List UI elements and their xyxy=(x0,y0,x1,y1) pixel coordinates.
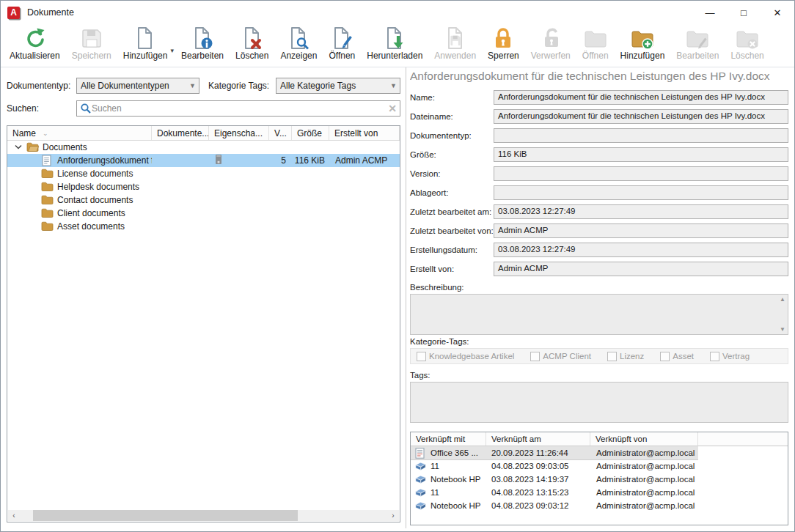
document-edit-icon xyxy=(330,26,353,50)
category-tags-select[interactable]: Alle Kategorie Tags ▼ xyxy=(276,78,400,94)
toolbar-button-label: Öffnen xyxy=(329,51,355,61)
category-tag-vertrag[interactable]: Vertrag xyxy=(710,352,750,361)
maximize-button[interactable]: □ xyxy=(727,1,761,24)
linked-cell-date: 04.08.2023 09:03:12 xyxy=(486,499,590,512)
checkbox-icon[interactable] xyxy=(530,352,540,361)
dropdown-caret-icon[interactable]: ▾ xyxy=(170,47,174,54)
field-value[interactable]: Anforderungsdokument für die technischen… xyxy=(494,109,788,124)
linked-row-notebook-hp[interactable]: Notebook HP03.08.2023 14:19:37Administra… xyxy=(411,473,788,486)
linked-column-header-verknuepft-mit[interactable]: Verknüpft mit xyxy=(411,432,486,446)
linked-row-office-365-[interactable]: Office 365 ...20.09.2023 11:26:44Adminis… xyxy=(411,446,788,459)
tree-column-header-v-[interactable]: V... xyxy=(269,126,292,140)
scroll-up-icon[interactable]: ▲ xyxy=(780,296,785,303)
tree-column-header-erstellt-von[interactable]: Erstellt von xyxy=(329,126,400,140)
filter-row-types: Dokumententyp: Alle Dokumententypen ▼ Ka… xyxy=(7,78,400,94)
chevron-expanded-icon[interactable] xyxy=(15,142,22,152)
linked-column-header-verknuepft-am[interactable]: Verknüpft am xyxy=(486,432,590,446)
tree-column-header-label: Größe xyxy=(297,128,322,138)
category-tag-lizenz[interactable]: Lizenz xyxy=(607,352,644,361)
scroll-down-icon[interactable]: ▼ xyxy=(780,326,785,333)
toolbar-button-hinzufuegen[interactable]: Hinzufügen xyxy=(117,26,174,61)
toolbar-button-bearbeiten[interactable]: Bearbeiten xyxy=(175,26,230,61)
tree-column-header-name[interactable]: Name⌄ xyxy=(7,126,152,140)
linked-cell-name: Notebook HP xyxy=(411,499,486,512)
linked-row-notebook-hp[interactable]: Notebook HP04.08.2023 09:03:12Administra… xyxy=(411,499,788,512)
checkbox-icon[interactable] xyxy=(607,352,617,361)
tree-column-header-dokumente-[interactable]: Dokumente... xyxy=(152,126,209,140)
toolbar-button-label: Löschen xyxy=(730,51,763,61)
field-value[interactable]: 03.08.2023 12:27:49 xyxy=(494,243,788,257)
checkbox-label: Asset xyxy=(673,352,694,361)
field-value[interactable]: Anforderungsdokument für die technischen… xyxy=(494,90,788,105)
linked-cell-date: 03.08.2023 14:19:37 xyxy=(486,473,590,486)
category-tag-knowledgebase-artikel[interactable]: Knowledgebase Artikel xyxy=(417,352,514,361)
field-label: Zuletzt bearbeitet am: xyxy=(410,207,494,216)
toolbar-button-loeschen[interactable]: Löschen xyxy=(230,26,274,61)
scrollbar-track[interactable] xyxy=(20,510,387,521)
doc-type-select[interactable]: Alle Dokumententypen ▼ xyxy=(76,78,199,94)
tree-row-client-documents[interactable]: Client documents xyxy=(7,207,400,220)
tree-row-asset-documents[interactable]: Asset documents xyxy=(7,220,400,233)
minimize-button[interactable]: — xyxy=(693,1,727,24)
properties-small-icon xyxy=(215,154,222,167)
tree-row-name: Client documents xyxy=(7,207,152,219)
tags-box[interactable] xyxy=(410,382,788,423)
window-controls: — □ ✕ xyxy=(693,1,794,24)
tree-column-header-groesse[interactable]: Größe xyxy=(292,126,329,140)
toolbar-button-anwenden: Anwenden xyxy=(428,26,482,61)
linked-cell-by: Administrator@acmp.local xyxy=(590,446,698,459)
toolbar-button-aktualisieren[interactable]: Aktualisieren xyxy=(4,26,66,61)
description-textarea[interactable]: ▲ ▼ xyxy=(410,294,788,335)
refresh-icon xyxy=(23,26,46,50)
category-tag-acmp-client[interactable]: ACMP Client xyxy=(530,352,591,361)
sort-chevron-icon[interactable]: ⌄ xyxy=(43,130,48,137)
toolbar-button-oeffnen[interactable]: Öffnen xyxy=(323,26,361,61)
field-row-dokumententyp-: Dokumententyp: xyxy=(410,128,788,143)
horizontal-scrollbar[interactable]: ‹ › xyxy=(8,510,399,521)
scroll-right-icon[interactable]: › xyxy=(387,511,399,520)
linked-items-header: Verknüpft mitVerknüpft amVerknüpft von xyxy=(411,432,788,446)
field-label: Erstellt von: xyxy=(410,265,494,273)
checkbox-icon[interactable] xyxy=(417,352,426,361)
linked-column-header-verknuepft-von[interactable]: Verknüpft von xyxy=(590,432,698,446)
field-value[interactable]: Admin ACMP xyxy=(494,223,788,238)
tree-row-anforderungsdokument-f-[interactable]: Anforderungsdokument f...5116 KiBAdmin A… xyxy=(7,154,400,167)
field-value[interactable]: 03.08.2023 12:27:49 xyxy=(494,204,788,219)
document-view-icon xyxy=(287,26,310,50)
tree-row-documents[interactable]: Documents xyxy=(7,141,400,154)
toolbar-button-hinzufuegen[interactable]: Hinzufügen xyxy=(615,26,671,61)
toolbar-button-sperren[interactable]: Sperren xyxy=(482,26,525,61)
field-label: Ablageort: xyxy=(410,188,494,197)
tree-column-header-eigenscha-[interactable]: Eigenscha... xyxy=(209,126,269,140)
folder-small-icon xyxy=(41,181,54,193)
category-tags-select-value: Alle Kategorie Tags xyxy=(280,81,387,91)
tree-row-contact-documents[interactable]: Contact documents xyxy=(7,193,400,207)
toolbar-button-label: Speichern xyxy=(72,51,111,61)
toolbar-button-herunterladen[interactable]: Herunterladen xyxy=(361,26,428,61)
clear-search-icon[interactable]: ✕ xyxy=(388,103,397,114)
document-browser-panel: Dokumententyp: Alle Dokumententypen ▼ Ka… xyxy=(7,71,400,525)
title-bar: A Dokumente — □ ✕ xyxy=(1,1,794,24)
scrollbar-thumb[interactable] xyxy=(33,510,298,521)
linked-row-11[interactable]: 1104.08.2023 13:15:23Administrator@acmp.… xyxy=(411,486,788,499)
search-input[interactable] xyxy=(92,103,385,114)
field-value[interactable]: 116 KiB xyxy=(494,147,788,162)
tree-row-license-documents[interactable]: License documents xyxy=(7,167,400,180)
toolbar-button-anzeigen[interactable]: Anzeigen xyxy=(274,26,323,61)
checkbox-icon[interactable] xyxy=(660,352,670,361)
tree-body: DocumentsAnforderungsdokument f...5116 K… xyxy=(7,141,400,233)
field-value[interactable] xyxy=(494,185,788,200)
close-button[interactable]: ✕ xyxy=(761,1,794,24)
field-value[interactable] xyxy=(494,128,788,143)
toolbar-button-label: Öffnen xyxy=(582,51,609,61)
panel-divider[interactable] xyxy=(406,67,406,528)
tree-row-helpdesk-documents[interactable]: Helpdesk documents xyxy=(7,180,400,193)
checkbox-icon[interactable] xyxy=(710,352,719,361)
scroll-left-icon[interactable]: ‹ xyxy=(8,511,20,520)
field-value[interactable] xyxy=(494,166,788,181)
field-value[interactable]: Admin ACMP xyxy=(494,262,788,276)
field-label: Version: xyxy=(410,169,494,178)
category-tag-asset[interactable]: Asset xyxy=(660,352,694,361)
linked-row-11[interactable]: 1104.08.2023 09:03:05Administrator@acmp.… xyxy=(411,459,788,473)
chevron-down-icon: ▼ xyxy=(390,82,397,89)
